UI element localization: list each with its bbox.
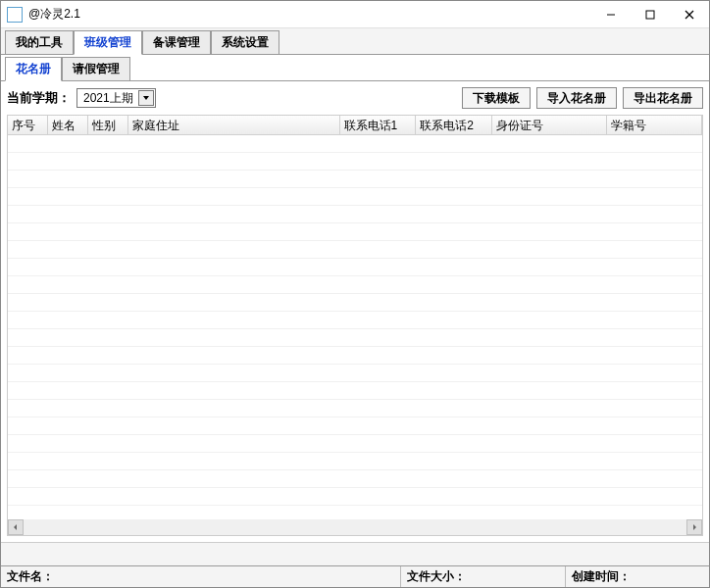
column-header[interactable]: 学籍号: [607, 116, 702, 134]
svg-marker-5: [14, 524, 17, 530]
table-row: [8, 417, 702, 435]
table-row: [8, 435, 702, 453]
table-row: [8, 312, 702, 329]
scroll-track[interactable]: [24, 519, 686, 535]
table-row: [8, 329, 702, 347]
column-header[interactable]: 身份证号: [492, 116, 607, 134]
tab-leave-management[interactable]: 请假管理: [62, 57, 130, 80]
tab-my-tools[interactable]: 我的工具: [5, 30, 74, 54]
column-header[interactable]: 姓名: [48, 116, 88, 134]
table-row: [8, 259, 702, 276]
toolbar: 当前学期： 2021上期 下载模板 导入花名册 导出花名册: [7, 87, 703, 109]
table-row: [8, 206, 702, 223]
column-header[interactable]: 联系电话1: [340, 116, 417, 134]
scroll-left-button[interactable]: [8, 519, 24, 535]
titlebar: @冷灵2.1: [1, 1, 709, 28]
semester-select[interactable]: 2021上期: [76, 88, 156, 108]
table-header: 序号姓名性别家庭住址联系电话1联系电话2身份证号学籍号: [8, 116, 702, 135]
svg-rect-1: [646, 11, 654, 19]
table-body: [8, 135, 702, 521]
table-row: [8, 470, 702, 488]
column-header[interactable]: 序号: [8, 116, 48, 134]
window-title: @冷灵2.1: [28, 6, 591, 23]
roster-table: 序号姓名性别家庭住址联系电话1联系电话2身份证号学籍号: [7, 115, 703, 536]
sub-tabbar: 花名册 请假管理: [1, 55, 709, 81]
table-row: [8, 153, 702, 171]
scroll-right-button[interactable]: [686, 519, 702, 535]
table-row: [8, 188, 702, 206]
table-row: [8, 400, 702, 417]
table-row: [8, 382, 702, 400]
tab-lesson-prep[interactable]: 备课管理: [142, 30, 211, 54]
tab-roster[interactable]: 花名册: [5, 57, 62, 81]
table-row: [8, 488, 702, 506]
table-row: [8, 276, 702, 294]
table-row: [8, 365, 702, 382]
status-filename: 文件名：: [1, 566, 401, 587]
svg-marker-6: [693, 524, 696, 530]
close-button[interactable]: [670, 1, 709, 28]
maximize-button[interactable]: [631, 1, 670, 28]
column-header[interactable]: 性别: [88, 116, 128, 134]
table-row: [8, 135, 702, 153]
app-icon: [7, 7, 23, 23]
minimize-button[interactable]: [591, 1, 631, 28]
table-row: [8, 241, 702, 259]
tab-system-settings[interactable]: 系统设置: [211, 30, 279, 54]
window-controls: [591, 1, 709, 28]
column-header[interactable]: 家庭住址: [128, 116, 340, 134]
import-roster-button[interactable]: 导入花名册: [536, 87, 617, 109]
column-header[interactable]: 联系电话2: [416, 116, 492, 134]
table-row: [8, 347, 702, 365]
horizontal-scrollbar[interactable]: [8, 519, 702, 535]
content-area: 当前学期： 2021上期 下载模板 导入花名册 导出花名册 序号姓名性别家庭住址…: [1, 81, 709, 542]
main-tabbar: 我的工具 班级管理 备课管理 系统设置: [1, 28, 709, 55]
tab-class-management[interactable]: 班级管理: [74, 30, 142, 55]
status-filesize: 文件大小：: [401, 566, 566, 587]
table-row: [8, 294, 702, 312]
statusbar: 文件名： 文件大小： 创建时间：: [1, 565, 709, 587]
export-roster-button[interactable]: 导出花名册: [623, 87, 703, 109]
download-template-button[interactable]: 下载模板: [462, 87, 531, 109]
semester-label: 当前学期：: [7, 89, 71, 107]
chevron-down-icon: [138, 90, 154, 106]
table-row: [8, 223, 702, 241]
table-row: [8, 171, 702, 188]
svg-marker-4: [143, 96, 149, 100]
table-row: [8, 453, 702, 470]
status-created: 创建时间：: [566, 566, 709, 587]
